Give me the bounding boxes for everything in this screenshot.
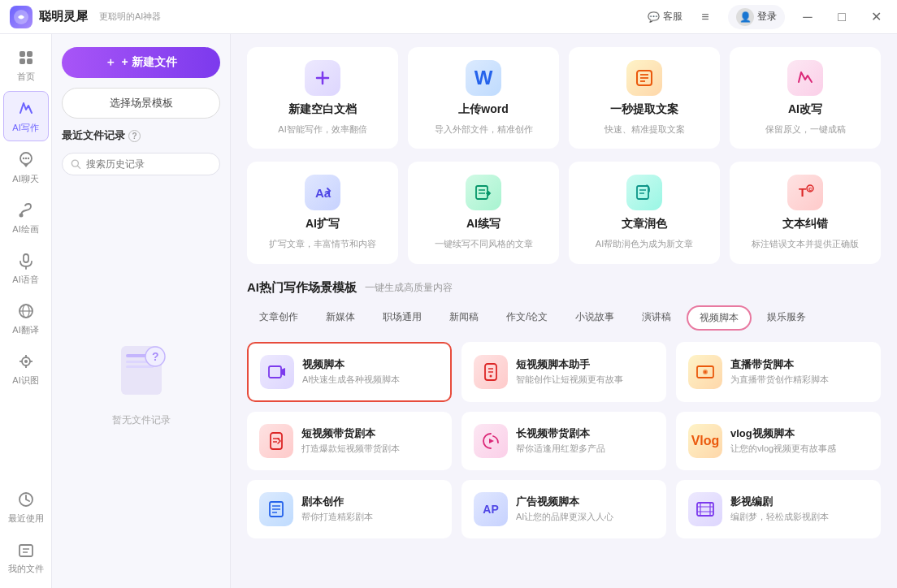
template-card-vlog-script[interactable]: Vlog vlog视频脚本 让您的vlog视频更有故事感 [676,412,881,470]
template-card-script-create[interactable]: 剧本创作 帮你打造精彩剧本 [247,480,452,538]
film-script-title: 影视编剧 [730,495,829,509]
svg-point-8 [27,158,28,159]
svg-rect-22 [20,545,32,556]
app-name: 聪明灵犀 [39,9,88,24]
ai-rewrite-desc: 保留原义，一键成稿 [765,123,846,136]
svg-rect-4 [27,58,32,64]
live-script-title: 直播带货脚本 [730,357,829,372]
template-card-video-script-main[interactable]: 视频脚本 AI快速生成各种视频脚本 [247,342,452,402]
template-card-live-script[interactable]: 直播带货脚本 为直播带货创作精彩脚本 [676,342,881,402]
long-video-script-icon [474,424,508,458]
live-script-info: 直播带货脚本 为直播带货创作精彩脚本 [730,357,829,386]
sidebar-item-ai-image[interactable]: AI识图 [3,344,49,393]
sidebar-item-recent[interactable]: 最近使用 [3,482,49,531]
ai-write-icon [15,98,37,119]
polish-title: 文章润色 [622,217,667,231]
minimize-btn[interactable]: ─ [796,6,819,28]
short-video-helper-icon [474,355,508,389]
vlog-script-desc: 让您的vlog视频更有故事感 [730,443,836,455]
app-subtitle: 更聪明的AI神器 [99,11,161,23]
plus-icon: ＋ [105,55,116,70]
scene-title: AI热门写作场景模板 [247,280,357,296]
svg-point-9 [19,214,23,218]
svg-text:T: T [799,185,806,199]
template-card-film-script[interactable]: 影视编剧 编剧梦，轻松成影视剧本 [676,480,881,538]
upload-word-title: 上传word [458,102,508,117]
script-create-info: 剧本创作 帮你打造精彩剧本 [301,495,373,523]
feature-card-new-blank[interactable]: 新建空白文档 AI智能写作，效率翻倍 [247,47,398,149]
new-file-label: + 新建文件 [121,55,176,70]
template-card-short-video-helper[interactable]: 短视频脚本助手 智能创作让短视频更有故事 [462,342,666,402]
logo-icon [10,6,32,28]
tab-speech[interactable]: 演讲稿 [630,305,683,331]
menu-btn[interactable]: ≡ [694,6,717,28]
film-script-desc: 编剧梦，轻松成影视剧本 [730,511,829,523]
tab-video-script[interactable]: 视频脚本 [687,305,752,331]
login-btn[interactable]: 👤 登录 [728,5,785,29]
tab-essay[interactable]: 作文/论文 [494,305,560,331]
sidebar-item-ai-voice[interactable]: AI语音 [3,244,49,292]
new-file-button[interactable]: ＋ + 新建文件 [62,47,220,78]
scene-section: AI热门写作场景模板 一键生成高质量内容 文章创作 新媒体 职场通用 新闻稿 作… [247,280,881,538]
tab-workplace[interactable]: 职场通用 [370,305,434,331]
sidebar-item-home[interactable]: 首页 [3,41,49,89]
tab-article[interactable]: 文章创作 [247,305,310,331]
ai-expand-icon: Aa [305,175,340,210]
tab-media[interactable]: 新媒体 [314,305,367,331]
sidebar-item-ai-translate[interactable]: AI翻译 [3,294,49,343]
short-ecom-script-info: 短视频带货剧本 打造爆款短视频带货剧本 [301,426,400,455]
feature-card-ai-continue[interactable]: AI续写 一键续写不同风格的文章 [408,162,559,263]
correct-title: 文本纠错 [782,217,828,231]
svg-text:c: c [808,185,812,192]
svg-line-26 [77,166,80,168]
short-video-helper-title: 短视频脚本助手 [516,357,623,372]
short-ecom-script-icon [259,424,293,458]
vlog-script-title: vlog视频脚本 [730,426,836,441]
search-input[interactable] [86,158,212,170]
feature-card-ai-rewrite[interactable]: AI改写 保留原义，一键成稿 [730,47,881,149]
vlog-script-icon: Vlog [688,424,722,458]
sidebar-item-ai-chat[interactable]: AI聊天 [3,143,49,192]
short-video-helper-desc: 智能创作让短视频更有故事 [516,374,623,386]
scene-header: AI热门写作场景模板 一键生成高质量内容 [247,280,881,296]
maximize-btn[interactable]: □ [830,6,853,28]
sidebar-item-ai-write[interactable]: AI写作 [3,91,49,141]
sidebar-label-ai-write: AI写作 [12,122,38,134]
script-create-title: 剧本创作 [301,495,373,509]
feature-card-correct[interactable]: T c 文本纠错 标注错误文本并提供正确版 [730,162,881,263]
svg-rect-10 [24,254,28,262]
svg-rect-30 [126,365,154,368]
live-script-icon [688,355,722,389]
template-card-ad-video-script[interactable]: AP 广告视频脚本 AI让您的品牌更深入人心 [462,480,666,538]
ad-video-script-desc: AI让您的品牌更深入人心 [516,511,613,523]
tab-bar: 文章创作 新媒体 职场通用 新闻稿 作文/论文 小说故事 演讲稿 视频脚本 娱乐… [247,305,881,331]
ai-continue-title: AI续写 [466,217,500,231]
video-script-main-title: 视频脚本 [302,357,400,372]
template-card-short-ecom-script[interactable]: 短视频带货剧本 打造爆款短视频带货剧本 [247,412,452,470]
search-box[interactable] [62,153,220,175]
short-video-helper-info: 短视频脚本助手 智能创作让短视频更有故事 [516,357,623,386]
feature-card-ai-expand[interactable]: Aa AI扩写 扩写文章，丰富情节和内容 [247,162,398,263]
feature-card-extract-copy[interactable]: 一秒提取文案 快速、精准提取文案 [569,47,720,149]
tab-novel[interactable]: 小说故事 [563,305,626,331]
sidebar-item-ai-paint[interactable]: AI绘画 [3,193,49,242]
svg-rect-40 [476,186,488,199]
customer-service-btn[interactable]: 💬 客服 [648,10,682,24]
template-button[interactable]: 选择场景模板 [62,88,220,119]
feature-card-upload-word[interactable]: W 上传word 导入外部文件，精准创作 [408,47,559,149]
tab-news[interactable]: 新闻稿 [437,305,491,331]
ad-video-script-info: 广告视频脚本 AI让您的品牌更深入人心 [516,495,613,523]
feature-card-polish[interactable]: 文章润色 AI帮助润色为成为新文章 [569,162,720,263]
empty-state: ? 暂无文件记录 [62,185,220,575]
vlog-script-info: vlog视频脚本 让您的vlog视频更有故事感 [730,426,836,455]
template-card-long-video-script[interactable]: 长视频带货剧本 帮你适逢用红塑多产品 [462,412,666,470]
help-icon[interactable]: ? [128,130,141,142]
app-logo: 聪明灵犀 更聪明的AI神器 [10,6,161,28]
tab-entertainment[interactable]: 娱乐服务 [755,305,818,331]
sidebar-item-my-files[interactable]: 我的文件 [3,533,49,582]
ai-image-icon [15,351,37,372]
title-bar: 聪明灵犀 更聪明的AI神器 💬 客服 ≡ 👤 登录 ─ □ ✕ [0,0,897,34]
left-panel: ＋ + 新建文件 选择场景模板 最近文件记录 ? ? [52,34,231,588]
sidebar-label-ai-chat: AI聊天 [12,173,38,185]
close-btn[interactable]: ✕ [864,6,887,28]
